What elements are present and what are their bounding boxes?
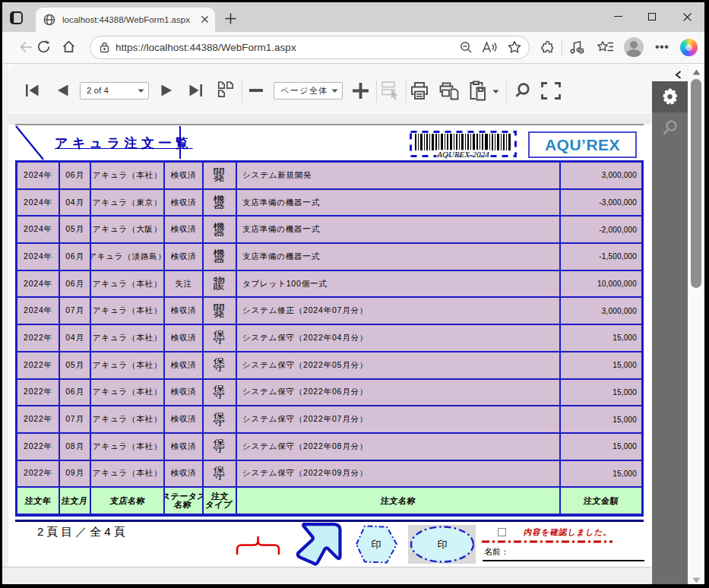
svg-text:印: 印 — [438, 539, 448, 550]
svg-text:印: 印 — [372, 539, 381, 550]
